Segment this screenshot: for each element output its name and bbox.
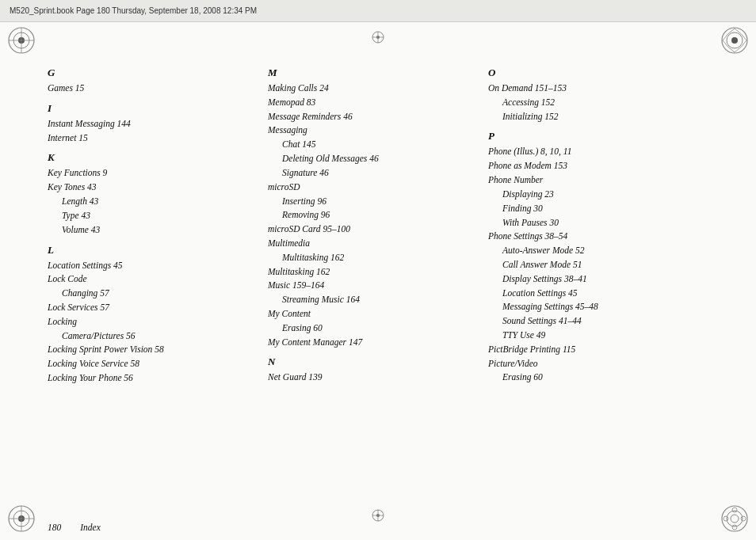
index-entry: Volume 43 xyxy=(48,223,252,238)
index-entry: PictBridge Printing 115 xyxy=(488,343,693,357)
index-entry: Removing 96 xyxy=(268,208,472,222)
footer-label: Index xyxy=(80,523,101,532)
index-entry: Call Answer Mode 51 xyxy=(488,258,693,272)
index-entry: Length 43 xyxy=(48,195,252,209)
index-entry: Messaging xyxy=(268,124,472,138)
section-letter-N: N xyxy=(268,356,472,368)
index-entry: Net Guard 139 xyxy=(268,371,472,385)
page: M520_Sprint.book Page 180 Thursday, Sept… xyxy=(0,0,756,540)
index-entry: Signature 46 xyxy=(268,166,472,181)
index-entry: Key Tones 43 xyxy=(48,181,252,195)
index-entry: Message Reminders 46 xyxy=(268,110,472,124)
index-entry: Type 43 xyxy=(48,209,252,223)
section-letter-L: L xyxy=(48,244,252,257)
column-1: GGames 15IInstant Messaging 144Internet … xyxy=(48,60,268,486)
section-letter-O: O xyxy=(488,67,693,79)
index-entry: Messaging Settings 45–48 xyxy=(488,300,693,314)
index-entry: Phone (Illus.) 8, 10, 11 xyxy=(488,145,693,159)
index-columns: GGames 15IInstant Messaging 144Internet … xyxy=(48,60,708,486)
index-entry: Location Settings 45 xyxy=(48,259,252,273)
index-entry: Display Settings 38–41 xyxy=(488,272,693,287)
index-entry: Music 159–164 xyxy=(268,279,472,293)
index-entry: Multitasking 162 xyxy=(268,265,472,280)
index-entry: Finding 30 xyxy=(488,202,693,216)
index-entry: Erasing 60 xyxy=(268,321,472,336)
section-letter-P: P xyxy=(488,130,693,143)
index-entry: Changing 57 xyxy=(48,287,252,301)
index-entry: Accessing 152 xyxy=(488,96,693,110)
section-letter-G: G xyxy=(48,67,252,79)
index-entry: Instant Messaging 144 xyxy=(48,117,252,131)
svg-point-19 xyxy=(732,525,737,530)
index-entry: Lock Code xyxy=(48,272,252,287)
index-entry: Multitasking 162 xyxy=(268,251,472,265)
index-entry: My Content Manager 147 xyxy=(268,336,472,350)
index-entry: Multimedia xyxy=(268,237,472,251)
index-entry: Lock Services 57 xyxy=(48,301,252,315)
section-letter-M: M xyxy=(268,67,472,79)
index-entry: On Demand 151–153 xyxy=(488,82,693,96)
index-entry: microSD Card 95–100 xyxy=(268,222,472,237)
index-entry: Erasing 60 xyxy=(488,371,693,385)
index-entry: Initializing 152 xyxy=(488,110,693,124)
index-entry: Games 15 xyxy=(48,82,252,96)
index-entry: Camera/Pictures 56 xyxy=(48,329,252,344)
index-entry: Memopad 83 xyxy=(268,96,472,110)
index-entry: Locking Your Phone 56 xyxy=(48,371,252,386)
column-3: OOn Demand 151–153Accessing 152Initializ… xyxy=(488,60,708,486)
footer-page-number: 180 xyxy=(48,523,61,532)
bottom-center-decoration xyxy=(371,508,385,526)
index-entry: Phone Settings 38–54 xyxy=(488,230,693,244)
index-entry: With Pauses 30 xyxy=(488,216,693,230)
index-entry: Streaming Music 164 xyxy=(268,293,472,307)
index-entry: Phone Number xyxy=(488,173,693,188)
column-2: MMaking Calls 24Memopad 83Message Remind… xyxy=(268,60,488,486)
index-entry: Chat 145 xyxy=(268,138,472,152)
index-entry: Locking Voice Service 58 xyxy=(48,357,252,371)
main-content: GGames 15IInstant Messaging 144Internet … xyxy=(0,22,756,518)
index-entry: Locking xyxy=(48,315,252,329)
index-entry: Making Calls 24 xyxy=(268,82,472,96)
index-entry: Auto-Answer Mode 52 xyxy=(488,244,693,258)
index-entry: Picture/Video xyxy=(488,357,693,371)
index-entry: Deleting Old Messages 46 xyxy=(268,152,472,166)
header-bar: M520_Sprint.book Page 180 Thursday, Sept… xyxy=(0,0,756,22)
header-text: M520_Sprint.book Page 180 Thursday, Sept… xyxy=(10,6,257,15)
section-letter-K: K xyxy=(48,151,252,164)
index-entry: Phone as Modem 153 xyxy=(488,159,693,173)
index-entry: microSD xyxy=(268,181,472,195)
index-entry: Key Functions 9 xyxy=(48,166,252,181)
index-entry: Locking Sprint Power Vision 58 xyxy=(48,343,252,357)
index-entry: Internet 15 xyxy=(48,131,252,146)
index-entry: TTY Use 49 xyxy=(488,329,693,343)
index-entry: Displaying 23 xyxy=(488,188,693,202)
index-entry: Sound Settings 41–44 xyxy=(488,314,693,329)
index-entry: My Content xyxy=(268,307,472,321)
section-letter-I: I xyxy=(48,102,252,115)
index-entry: Inserting 96 xyxy=(268,195,472,209)
index-entry: Location Settings 45 xyxy=(488,287,693,301)
